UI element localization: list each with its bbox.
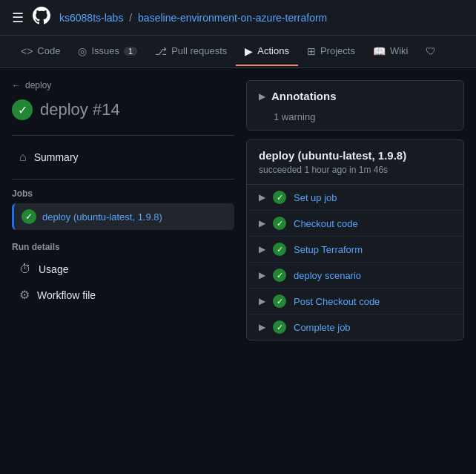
tab-code-label: Code bbox=[37, 45, 60, 56]
step-check-icon-3: ✓ bbox=[273, 269, 286, 282]
repo-path: ks6088ts-labs / baseline-environment-on-… bbox=[59, 12, 327, 24]
job-nav-item[interactable]: ✓ deploy (ubuntu-latest, 1.9.8) bbox=[12, 203, 234, 230]
tab-issues-label: Issues bbox=[91, 45, 119, 56]
summary-nav-item[interactable]: ⌂ Summary bbox=[12, 145, 234, 170]
repo-link[interactable]: baseline-environment-on-azure-terraform bbox=[138, 12, 327, 24]
tab-code[interactable]: <> Code bbox=[12, 38, 69, 66]
job-nav-label: deploy (ubuntu-latest, 1.9.8) bbox=[42, 211, 162, 223]
hamburger-icon[interactable]: ☰ bbox=[12, 10, 24, 26]
issues-badge: 1 bbox=[124, 47, 137, 56]
tab-wiki[interactable]: 📖 Wiki bbox=[364, 38, 417, 66]
steps-list: ▶ ✓ Set up job ▶ ✓ Checkout code ▶ ✓ Set… bbox=[247, 185, 463, 340]
job-card: deploy (ubuntu-latest, 1.9.8) succeeded … bbox=[246, 139, 464, 340]
run-number: #14 bbox=[93, 100, 120, 119]
job-card-title: deploy (ubuntu-latest, 1.9.8) bbox=[259, 149, 452, 162]
tab-actions-label: Actions bbox=[257, 45, 289, 56]
step-label-2: Setup Terraform bbox=[294, 244, 363, 255]
annotations-subtitle: 1 warning bbox=[247, 111, 463, 130]
github-logo bbox=[33, 7, 50, 29]
step-chevron-icon-4: ▶ bbox=[259, 296, 265, 306]
annotations-chevron-icon: ▶ bbox=[259, 91, 265, 102]
actions-icon: ▶ bbox=[245, 45, 253, 57]
annotations-header[interactable]: ▶ Annotations bbox=[247, 81, 463, 111]
job-success-icon: ✓ bbox=[22, 209, 36, 224]
step-item-2[interactable]: ▶ ✓ Setup Terraform bbox=[247, 237, 463, 263]
step-label-5: Complete job bbox=[294, 322, 351, 333]
tab-actions[interactable]: ▶ Actions bbox=[236, 38, 298, 66]
security-icon: 🛡 bbox=[426, 45, 436, 57]
projects-icon: ⊞ bbox=[307, 45, 316, 57]
workflow-run-title: deploy #14 bbox=[40, 100, 120, 119]
org-link[interactable]: ks6088ts-labs bbox=[59, 12, 123, 24]
step-item-3[interactable]: ▶ ✓ deploy scenario bbox=[247, 263, 463, 289]
workflow-title: ✓ deploy #14 bbox=[12, 99, 234, 120]
workflow-file-label: Workflow file bbox=[37, 289, 96, 301]
divider-2 bbox=[12, 179, 234, 180]
main-content: ← deploy ✓ deploy #14 ⌂ Summary Jobs ✓ d… bbox=[0, 68, 476, 352]
success-status-icon: ✓ bbox=[12, 99, 33, 120]
step-chevron-icon-5: ▶ bbox=[259, 322, 265, 332]
tab-issues[interactable]: ◎ Issues 1 bbox=[69, 38, 146, 66]
workflow-file-icon: ⚙ bbox=[19, 288, 30, 302]
step-item-5[interactable]: ▶ ✓ Complete job bbox=[247, 315, 463, 340]
annotations-title: Annotations bbox=[271, 90, 337, 102]
step-check-icon-4: ✓ bbox=[273, 294, 286, 308]
tab-pull-requests[interactable]: ⎇ Pull requests bbox=[146, 38, 236, 66]
top-nav: ☰ ks6088ts-labs / baseline-environment-o… bbox=[0, 0, 476, 36]
workflow-file-nav-item[interactable]: ⚙ Workflow file bbox=[12, 282, 234, 308]
tab-security[interactable]: 🛡 bbox=[417, 38, 445, 66]
path-separator: / bbox=[129, 12, 132, 24]
step-item-1[interactable]: ▶ ✓ Checkout code bbox=[247, 211, 463, 237]
job-card-header: deploy (ubuntu-latest, 1.9.8) succeeded … bbox=[247, 140, 463, 185]
left-panel: ← deploy ✓ deploy #14 ⌂ Summary Jobs ✓ d… bbox=[12, 80, 234, 340]
code-icon: <> bbox=[21, 45, 33, 57]
step-label-4: Post Checkout code bbox=[294, 296, 380, 307]
back-arrow-icon: ← bbox=[12, 80, 21, 90]
step-chevron-icon-1: ▶ bbox=[259, 218, 265, 228]
pr-icon: ⎇ bbox=[155, 45, 167, 57]
step-chevron-icon-2: ▶ bbox=[259, 244, 265, 254]
step-item-4[interactable]: ▶ ✓ Post Checkout code bbox=[247, 289, 463, 315]
home-icon: ⌂ bbox=[19, 151, 27, 164]
step-check-icon-0: ✓ bbox=[273, 191, 286, 204]
run-details-section-label: Run details bbox=[12, 242, 234, 252]
annotations-card: ▶ Annotations 1 warning bbox=[246, 80, 464, 131]
summary-label: Summary bbox=[34, 151, 79, 163]
right-panel: ▶ Annotations 1 warning deploy (ubuntu-l… bbox=[246, 80, 464, 340]
tab-wiki-label: Wiki bbox=[390, 45, 409, 56]
usage-nav-item[interactable]: ⏱ Usage bbox=[12, 257, 234, 282]
usage-icon: ⏱ bbox=[19, 263, 31, 276]
tab-projects-label: Projects bbox=[320, 45, 355, 56]
job-card-subtitle: succeeded 1 hour ago in 1m 46s bbox=[259, 165, 452, 175]
tab-nav: <> Code ◎ Issues 1 ⎇ Pull requests ▶ Act… bbox=[0, 36, 476, 68]
step-label-3: deploy scenario bbox=[294, 270, 361, 281]
usage-label: Usage bbox=[39, 263, 68, 275]
wiki-icon: 📖 bbox=[373, 45, 386, 57]
jobs-section-label: Jobs bbox=[12, 188, 234, 199]
breadcrumb-label: deploy bbox=[25, 80, 51, 90]
step-chevron-icon-3: ▶ bbox=[259, 270, 265, 280]
step-item-0[interactable]: ▶ ✓ Set up job bbox=[247, 185, 463, 211]
tab-projects[interactable]: ⊞ Projects bbox=[298, 38, 364, 66]
step-chevron-icon-0: ▶ bbox=[259, 192, 265, 203]
step-check-icon-1: ✓ bbox=[273, 217, 286, 230]
step-label-1: Checkout code bbox=[294, 218, 358, 229]
tab-pr-label: Pull requests bbox=[171, 45, 227, 56]
issues-icon: ◎ bbox=[78, 45, 87, 57]
step-check-icon-2: ✓ bbox=[273, 243, 286, 256]
step-check-icon-5: ✓ bbox=[273, 320, 286, 334]
breadcrumb[interactable]: ← deploy bbox=[12, 80, 234, 90]
step-label-0: Set up job bbox=[294, 192, 337, 203]
divider-1 bbox=[12, 135, 234, 136]
